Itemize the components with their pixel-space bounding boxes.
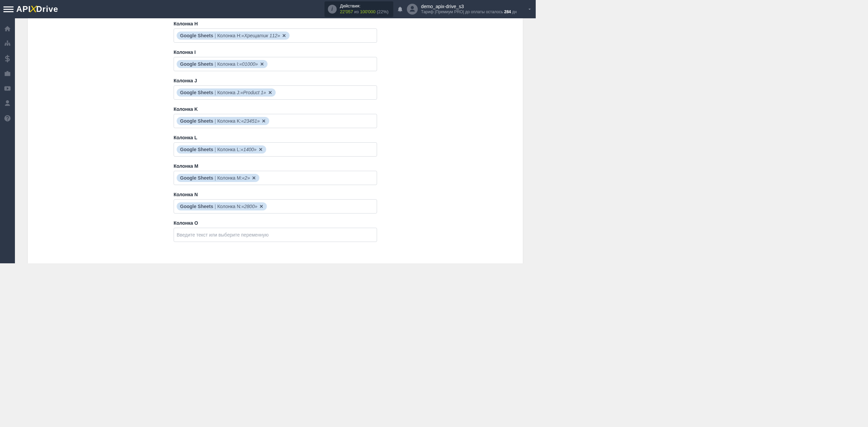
- value-tag[interactable]: Google Sheets | Колонка K: «23451»✕: [177, 117, 269, 125]
- field-label: Колонка J: [174, 78, 377, 83]
- actions-pct: (22%): [376, 9, 389, 14]
- dollar-icon[interactable]: [4, 55, 11, 62]
- tag-sep: |: [215, 90, 216, 95]
- field-box[interactable]: Google Sheets | Колонка J: «Product 1»✕: [174, 85, 377, 100]
- actions-sep: из: [353, 9, 360, 14]
- tag-column: Колонка I:: [217, 61, 239, 67]
- tag-value: «01000»: [239, 61, 258, 67]
- field-label: Колонка N: [174, 192, 377, 197]
- user-nav-icon[interactable]: [4, 100, 11, 107]
- info-icon: i: [328, 5, 337, 14]
- field-box[interactable]: [174, 228, 377, 242]
- actions-count: 22'057: [340, 9, 353, 14]
- close-icon[interactable]: ✕: [282, 33, 286, 38]
- field-label: Колонка I: [174, 49, 377, 55]
- field-column: Колонка I Google Sheets | Колонка I: «01…: [174, 49, 377, 71]
- tag-sep: |: [215, 204, 216, 209]
- field-box[interactable]: Google Sheets | Колонка I: «01000»✕: [174, 57, 377, 71]
- field-column: Колонка N Google Sheets | Колонка N: «28…: [174, 192, 377, 214]
- tag-column: Колонка J:: [217, 90, 240, 95]
- tag-value: «1400»: [241, 147, 257, 152]
- close-icon[interactable]: ✕: [252, 175, 256, 181]
- logo-api: API: [16, 4, 31, 14]
- tag-column: Колонка K:: [217, 118, 241, 124]
- main: Колонка H Google Sheets | Колонка H: «Хр…: [15, 18, 536, 263]
- tag-value: «Product 1»: [240, 90, 266, 95]
- user-text: demo_apix-drive_s3 Тариф |Премиум PRO| д…: [421, 3, 517, 15]
- value-tag[interactable]: Google Sheets | Колонка I: «01000»✕: [177, 60, 268, 68]
- user-icon: [409, 5, 416, 13]
- tag-value: «2»: [242, 175, 250, 181]
- tag-source: Google Sheets: [180, 118, 213, 124]
- field-input[interactable]: [177, 232, 374, 238]
- help-icon[interactable]: [4, 115, 11, 122]
- form-card: Колонка H Google Sheets | Колонка H: «Хр…: [28, 18, 523, 263]
- tag-value: «Хрещатик 112»: [241, 33, 280, 38]
- svg-rect-0: [7, 41, 8, 42]
- field-column: Колонка H Google Sheets | Колонка H: «Хр…: [174, 21, 377, 43]
- tag-source: Google Sheets: [180, 33, 213, 38]
- field-box[interactable]: Google Sheets | Колонка N: «2800»✕: [174, 199, 377, 214]
- field-label: Колонка K: [174, 106, 377, 112]
- sidebar: [0, 18, 15, 263]
- svg-rect-2: [7, 44, 8, 46]
- value-tag[interactable]: Google Sheets | Колонка M: «2»✕: [177, 174, 259, 182]
- tag-source: Google Sheets: [180, 61, 213, 67]
- bell-icon[interactable]: [397, 6, 403, 13]
- actions-total: 100'000: [360, 9, 376, 14]
- value-tag[interactable]: Google Sheets | Колонка J: «Product 1»✕: [177, 88, 276, 97]
- close-icon[interactable]: ✕: [259, 204, 263, 209]
- tag-sep: |: [215, 61, 216, 67]
- tag-column: Колонка N:: [217, 204, 242, 209]
- field-box[interactable]: Google Sheets | Колонка H: «Хрещатик 112…: [174, 28, 377, 43]
- tag-source: Google Sheets: [180, 204, 213, 209]
- tag-value: «2800»: [241, 204, 257, 209]
- field-column: Колонка L Google Sheets | Колонка L: «14…: [174, 135, 377, 157]
- field-label: Колонка M: [174, 163, 377, 169]
- tag-source: Google Sheets: [180, 147, 213, 152]
- value-tag[interactable]: Google Sheets | Колонка L: «1400»✕: [177, 145, 266, 154]
- user-sub-days: 284: [504, 9, 511, 14]
- chevron-down-icon[interactable]: [527, 6, 532, 12]
- close-icon[interactable]: ✕: [262, 118, 266, 124]
- tag-sep: |: [215, 118, 216, 124]
- user-sub-suffix: дн: [511, 9, 517, 14]
- user-name: demo_apix-drive_s3: [421, 3, 517, 9]
- field-box[interactable]: Google Sheets | Колонка L: «1400»✕: [174, 142, 377, 157]
- actions-label: Действия:: [340, 3, 389, 9]
- value-tag[interactable]: Google Sheets | Колонка H: «Хрещатик 112…: [177, 32, 290, 40]
- home-icon[interactable]: [4, 25, 11, 33]
- header: API X Drive i Действия: 22'057 из 100'00…: [0, 0, 536, 18]
- tag-value: «23451»: [241, 118, 260, 124]
- field-column-empty: Колонка O: [174, 220, 377, 242]
- field-column: Колонка K Google Sheets | Колонка K: «23…: [174, 106, 377, 128]
- field-label: Колонка O: [174, 220, 377, 226]
- user-sub-prefix: Тариф |Премиум PRO| до оплаты осталось: [421, 9, 504, 14]
- value-tag[interactable]: Google Sheets | Колонка N: «2800»✕: [177, 202, 267, 210]
- field-box[interactable]: Google Sheets | Колонка M: «2»✕: [174, 171, 377, 185]
- avatar: [407, 4, 418, 15]
- tag-source: Google Sheets: [180, 90, 213, 95]
- youtube-icon[interactable]: [4, 85, 11, 92]
- field-column: Колонка J Google Sheets | Колонка J: «Pr…: [174, 78, 377, 100]
- svg-rect-3: [9, 44, 11, 46]
- logo-x: X: [29, 4, 38, 15]
- logo[interactable]: API X Drive: [16, 4, 58, 15]
- actions-box[interactable]: i Действия: 22'057 из 100'000 (22%): [324, 1, 393, 17]
- field-column: Колонка M Google Sheets | Колонка M: «2»…: [174, 163, 377, 185]
- svg-rect-1: [5, 44, 6, 46]
- briefcase-icon[interactable]: [4, 70, 11, 77]
- hamburger-menu-button[interactable]: [3, 4, 14, 14]
- tag-column: Колонка H:: [217, 33, 242, 38]
- tag-column: Колонка M:: [217, 175, 242, 181]
- actions-text: Действия: 22'057 из 100'000 (22%): [340, 3, 389, 15]
- tag-sep: |: [215, 33, 216, 38]
- close-icon[interactable]: ✕: [260, 61, 264, 67]
- tag-sep: |: [215, 175, 216, 181]
- logo-drive: Drive: [36, 4, 58, 14]
- close-icon[interactable]: ✕: [259, 147, 263, 152]
- field-box[interactable]: Google Sheets | Колонка K: «23451»✕: [174, 114, 377, 128]
- user-block[interactable]: demo_apix-drive_s3 Тариф |Премиум PRO| д…: [407, 3, 517, 15]
- close-icon[interactable]: ✕: [268, 90, 272, 95]
- sitemap-icon[interactable]: [4, 40, 11, 47]
